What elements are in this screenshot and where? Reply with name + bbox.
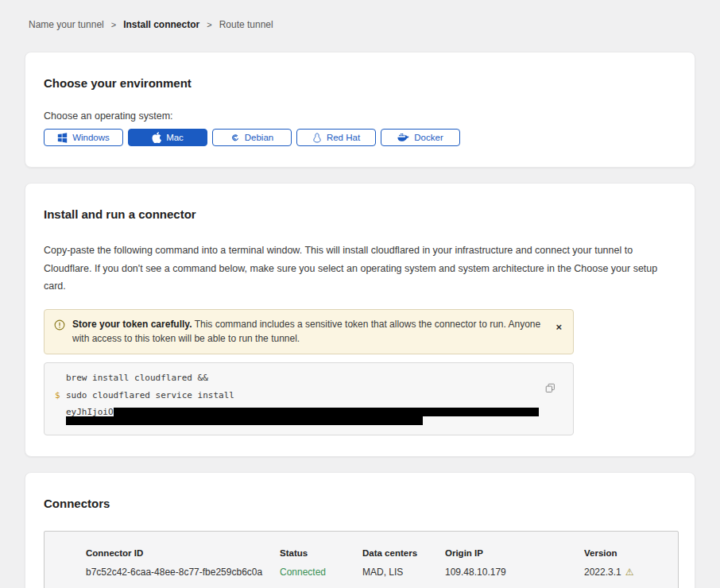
os-button-label: Debian xyxy=(245,133,273,142)
breadcrumb-step-install-connector[interactable]: Install connector xyxy=(123,19,199,30)
redhat-logo-icon xyxy=(312,133,322,143)
install-connector-card: Install and run a connector Copy-paste t… xyxy=(25,183,695,457)
os-button-label: Windows xyxy=(72,133,110,142)
breadcrumb-step-name-tunnel[interactable]: Name your tunnel xyxy=(29,19,104,30)
page: Name your tunnel > Install connector > R… xyxy=(0,0,720,588)
terminal-prompt: $ xyxy=(55,391,66,425)
windows-logo-icon xyxy=(57,133,68,143)
column-header-version: Version xyxy=(584,548,670,558)
os-select-label: Choose an operating system: xyxy=(44,110,676,122)
token-prefix: eyJhIjoiO xyxy=(66,408,114,416)
connector-id-value: b7c52c42-6caa-48ee-8c77-fbe259cb6c0a xyxy=(86,567,280,578)
token-warning-text: Store your token carefully. This command… xyxy=(72,317,548,346)
os-button-label: Red Hat xyxy=(327,133,360,142)
token-warning-title: Store your token carefully. xyxy=(72,319,192,330)
terminal-token-line xyxy=(66,416,541,425)
install-connector-description: Copy-paste the following command into a … xyxy=(44,242,675,296)
data-centers-value: MAD, LIS xyxy=(362,567,445,578)
install-connector-title: Install and run a connector xyxy=(44,207,676,221)
table-row: b7c52c42-6caa-48ee-8c77-fbe259cb6c0a Con… xyxy=(86,567,670,578)
origin-ip-value: 109.48.10.179 xyxy=(445,567,584,578)
os-button-debian[interactable]: Debian xyxy=(212,129,292,146)
os-button-label: Docker xyxy=(414,133,443,142)
banner-close-icon[interactable]: × xyxy=(555,322,562,332)
terminal-line-install: sudo cloudflared service install xyxy=(66,391,541,400)
version-number: 2022.3.1 xyxy=(584,567,621,578)
terminal-command-block: brew install cloudflared && $ sudo cloud… xyxy=(44,362,574,435)
redacted-token-bar xyxy=(66,416,423,425)
os-button-docker[interactable]: Docker xyxy=(381,129,460,146)
column-header-data-centers: Data centers xyxy=(362,548,445,558)
warning-triangle-icon: ⚠ xyxy=(625,567,634,578)
terminal-token-line: eyJhIjoiO xyxy=(66,408,541,416)
column-header-origin-ip: Origin IP xyxy=(445,548,584,558)
terminal-line-brew: brew install cloudflared && xyxy=(66,373,541,382)
breadcrumb-separator: > xyxy=(111,20,116,29)
os-button-mac[interactable]: Mac xyxy=(128,129,207,146)
version-value: 2022.3.1 ⚠ xyxy=(584,567,670,578)
os-button-group: Windows Mac Debian Red Hat xyxy=(44,129,676,146)
connectors-title: Connectors xyxy=(44,497,676,510)
token-warning-banner: Store your token carefully. This command… xyxy=(44,309,574,354)
copy-icon[interactable] xyxy=(545,383,555,396)
connectors-table: Connector ID Status Data centers Origin … xyxy=(44,531,679,588)
connectors-table-header: Connector ID Status Data centers Origin … xyxy=(86,548,670,558)
column-header-status: Status xyxy=(280,548,362,558)
environment-card-title: Choose your environment xyxy=(44,76,676,90)
apple-logo-icon xyxy=(152,132,161,143)
docker-logo-icon xyxy=(397,133,409,142)
status-badge: Connected xyxy=(280,567,362,578)
redacted-token-bar xyxy=(114,408,539,416)
alert-circle-icon xyxy=(54,319,65,335)
os-button-windows[interactable]: Windows xyxy=(44,129,123,146)
connectors-card: Connectors Connector ID Status Data cent… xyxy=(25,472,695,588)
column-header-connector-id: Connector ID xyxy=(86,548,280,558)
breadcrumb: Name your tunnel > Install connector > R… xyxy=(25,0,695,52)
os-button-label: Mac xyxy=(166,133,184,142)
debian-logo-icon xyxy=(230,133,240,142)
breadcrumb-separator: > xyxy=(207,20,211,29)
environment-card: Choose your environment Choose an operat… xyxy=(25,52,695,168)
os-button-redhat[interactable]: Red Hat xyxy=(296,129,376,146)
breadcrumb-step-route-tunnel[interactable]: Route tunnel xyxy=(219,19,273,30)
